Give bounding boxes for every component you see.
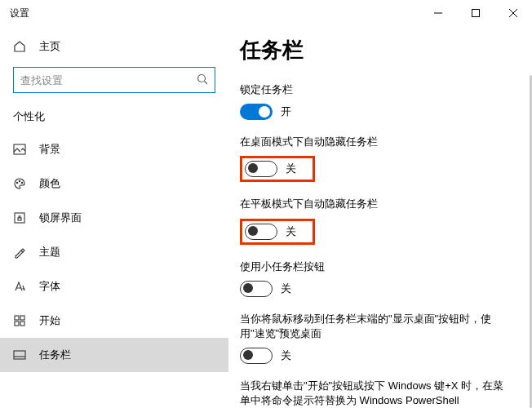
toggle-state: 关: [281, 282, 291, 296]
sidebar-item-themes[interactable]: 主题: [0, 235, 228, 269]
picture-icon: [13, 143, 26, 156]
content-pane: 任务栏 锁定任务栏 开 在桌面模式下自动隐藏任务栏 关 在平板模式下自动隐藏任务…: [228, 26, 532, 408]
setting-label-powershell: 当我右键单击"开始"按钮或按下 Windows 键+X 时，在菜单中将命令提示符…: [240, 379, 512, 408]
font-icon: [13, 280, 26, 293]
search-input[interactable]: [20, 74, 197, 86]
svg-point-4: [198, 74, 206, 82]
sidebar-item-fonts[interactable]: 字体: [0, 269, 228, 304]
page-title: 任务栏: [240, 36, 512, 64]
home-nav[interactable]: 主页: [0, 33, 228, 60]
toggle-small-buttons[interactable]: [240, 281, 273, 297]
sidebar-item-label: 字体: [39, 279, 60, 294]
search-input-container[interactable]: [13, 67, 215, 93]
lockscreen-icon: [13, 211, 26, 224]
taskbar-icon: [13, 348, 26, 361]
toggle-peek[interactable]: [240, 348, 273, 364]
sidebar-item-start[interactable]: 开始: [0, 304, 228, 338]
setting-label-lock: 锁定任务栏: [240, 82, 512, 97]
close-button[interactable]: [494, 0, 532, 26]
sidebar-item-label: 开始: [39, 313, 60, 328]
start-icon: [13, 314, 26, 327]
setting-label-peek: 当你将鼠标移动到任务栏末端的"显示桌面"按钮时，使用"速览"预览桌面: [240, 312, 512, 341]
svg-rect-11: [18, 218, 21, 220]
svg-rect-15: [20, 322, 24, 326]
toggle-lock[interactable]: [240, 104, 273, 120]
setting-label-hide-desktop: 在桌面模式下自动隐藏任务栏: [240, 135, 512, 149]
toggle-hide-tablet[interactable]: [245, 224, 277, 240]
sidebar-item-taskbar[interactable]: 任务栏: [0, 338, 228, 372]
svg-rect-14: [15, 322, 19, 326]
toggle-state: 关: [286, 224, 296, 239]
svg-line-5: [205, 81, 208, 84]
search-icon: [197, 73, 208, 87]
minimize-button[interactable]: [419, 0, 457, 26]
home-label: 主页: [39, 39, 60, 54]
titlebar: 设置: [0, 0, 532, 26]
palette-icon: [13, 177, 26, 190]
svg-rect-12: [15, 316, 19, 320]
svg-point-9: [21, 182, 22, 183]
highlight-box: 关: [240, 219, 315, 245]
window-title: 设置: [10, 7, 419, 20]
svg-point-7: [16, 182, 17, 183]
maximize-button[interactable]: [457, 0, 494, 26]
sidebar-item-label: 主题: [39, 245, 60, 259]
svg-rect-13: [20, 316, 24, 320]
highlight-box: 关: [240, 156, 315, 182]
sidebar-item-label: 任务栏: [39, 348, 71, 362]
svg-point-8: [19, 180, 20, 181]
svg-rect-16: [14, 351, 25, 359]
sidebar-item-label: 背景: [39, 142, 60, 157]
toggle-state: 开: [281, 104, 291, 119]
sidebar-item-background[interactable]: 背景: [0, 132, 228, 166]
setting-label-hide-tablet: 在平板模式下自动隐藏任务栏: [240, 197, 512, 211]
toggle-state: 关: [286, 162, 296, 176]
sidebar-item-label: 锁屏界面: [39, 211, 82, 225]
sidebar-item-lockscreen[interactable]: 锁屏界面: [0, 201, 228, 235]
setting-label-small-buttons: 使用小任务栏按钮: [240, 259, 512, 274]
sidebar-item-label: 颜色: [39, 176, 60, 191]
sidebar: 主页 个性化 背景 颜色 锁屏界面 主题 字体: [0, 26, 228, 408]
theme-icon: [13, 246, 26, 259]
toggle-state: 关: [281, 348, 291, 363]
home-icon: [13, 40, 26, 53]
section-label: 个性化: [0, 104, 228, 132]
sidebar-item-colors[interactable]: 颜色: [0, 166, 228, 201]
toggle-hide-desktop[interactable]: [245, 161, 277, 177]
svg-rect-1: [472, 10, 480, 17]
